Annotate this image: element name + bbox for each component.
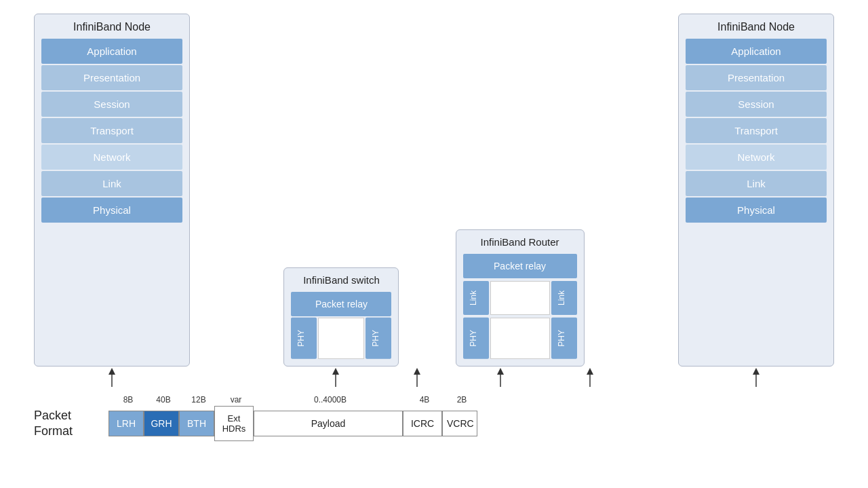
switch-phy-row: PHY PHY [291,318,391,359]
svg-marker-11 [753,368,760,375]
arrows-svg [34,367,834,394]
router-relay-bar: Packet relay [463,254,577,278]
left-layer-application: Application [41,39,182,64]
router-phy-left: PHY [463,318,489,359]
left-layer-physical: Physical [41,198,182,223]
packet-row: Packet Format LRH GRH BTH Ext HDRs Paylo… [34,406,477,441]
router-phy-row: PHY PHY [463,318,577,359]
nodes-row: InfiniBand Node Application Presentation… [34,14,834,367]
left-layer-transport: Transport [41,118,182,143]
size-payload: 0..4000B [256,395,405,405]
packet-format-title: Packet Format [34,408,108,440]
router-link-gap [490,281,550,315]
packet-lrh: LRH [108,411,144,436]
right-layer-physical: Physical [686,198,827,223]
svg-marker-9 [587,368,593,375]
svg-marker-5 [414,368,420,375]
packet-bth: BTH [179,411,214,436]
packet-exthdr: Ext HDRs [214,406,254,441]
size-grh: 40B [146,395,181,405]
svg-marker-1 [108,368,115,375]
packet-sizes-row: 8B 40B 12B var 0..4000B 4B 2B [111,395,479,405]
full-diagram: InfiniBand Node Application Presentation… [34,14,834,441]
left-layer-session: Session [41,92,182,117]
left-node-title: InfiniBand Node [73,21,151,33]
packet-section: 8B 40B 12B var 0..4000B 4B 2B Packet For… [34,395,834,441]
router-link-left: Link [463,281,489,315]
right-node-title: InfiniBand Node [717,21,795,33]
size-vcrc: 2B [444,395,479,405]
left-layer-presentation: Presentation [41,65,182,90]
svg-marker-7 [497,368,504,375]
switch-phy-gap [318,318,364,359]
right-layer-transport: Transport [686,118,827,143]
diagram-container: InfiniBand Node Application Presentation… [0,0,868,488]
switch-relay-bar: Packet relay [291,292,391,316]
left-ib-node: InfiniBand Node Application Presentation… [34,14,190,367]
router-title: InfiniBand Router [481,236,559,249]
arrows-row [34,367,834,394]
packet-payload: Payload [254,411,403,436]
left-layer-link: Link [41,171,182,196]
size-lrh: 8B [111,395,146,405]
router-phy-gap [490,318,550,359]
left-layer-network: Network [41,145,182,170]
switch-title: InfiniBand switch [303,274,380,287]
right-layer-link: Link [686,171,827,196]
size-icrc: 4B [405,395,444,405]
router-stack: Packet relay Link Link PHY PHY [463,254,577,359]
right-layer-application: Application [686,39,827,64]
packet-icrc: ICRC [403,411,442,436]
right-ib-node: InfiniBand Node Application Presentation… [678,14,834,367]
right-osi-stack: Application Presentation Session Transpo… [686,39,827,223]
switch-phy-right: PHY [366,318,391,359]
right-layer-session: Session [686,92,827,117]
switch-phy-left: PHY [291,318,317,359]
size-bth: 12B [181,395,216,405]
router-link-right: Link [551,281,577,315]
router-phy-right: PHY [551,318,577,359]
switch-stack: Packet relay PHY PHY [291,292,391,359]
right-layer-presentation: Presentation [686,65,827,90]
ib-switch: InfiniBand switch Packet relay PHY PHY [283,267,399,367]
left-osi-stack: Application Presentation Session Transpo… [41,39,182,223]
ib-router: InfiniBand Router Packet relay Link Link… [456,229,585,367]
packet-vcrc: VCRC [442,411,477,436]
size-exthdr: var [216,395,256,405]
packet-grh: GRH [144,411,179,436]
svg-marker-3 [332,368,339,375]
router-link-row: Link Link [463,281,577,315]
right-layer-network: Network [686,145,827,170]
